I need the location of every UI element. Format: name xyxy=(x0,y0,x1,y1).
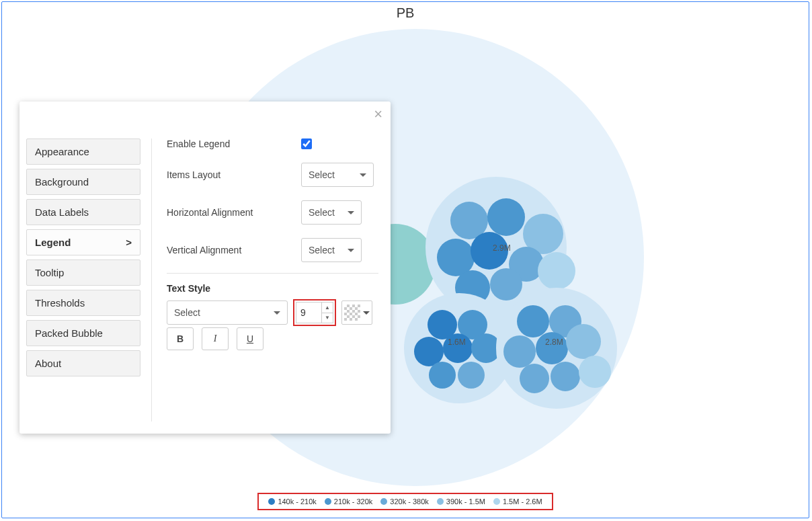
legend-dot-icon xyxy=(325,498,331,505)
chevron-down-icon xyxy=(363,311,370,318)
color-swatch-icon xyxy=(344,305,360,321)
chart-frame: PB 2.9M 1. xyxy=(1,1,809,518)
spin-up-icon[interactable]: ▲ xyxy=(322,303,333,313)
items-layout-label: Items Layout xyxy=(167,169,301,180)
legend-item[interactable]: 210k - 320k xyxy=(325,497,372,506)
legend-item[interactable]: 320k - 380k xyxy=(380,497,428,506)
divider xyxy=(167,273,378,274)
legend-dot-icon xyxy=(493,498,500,505)
enable-legend-checkbox[interactable] xyxy=(301,138,312,149)
tab-tooltip[interactable]: Tooltip xyxy=(26,259,140,286)
close-icon[interactable]: × xyxy=(374,107,382,122)
legend-label: 1.5M - 2.6M xyxy=(503,497,542,506)
chevron-right-icon: > xyxy=(126,237,132,248)
svg-point-4 xyxy=(487,198,525,236)
svg-point-19 xyxy=(429,362,456,389)
font-size-input[interactable] xyxy=(296,302,321,323)
svg-text:2.9M: 2.9M xyxy=(493,243,511,253)
tab-background[interactable]: Background xyxy=(26,169,140,195)
legend-pane: Enable Legend Items Layout Select Horizo… xyxy=(151,138,378,422)
halign-label: Horizontal Alignment xyxy=(167,207,301,218)
svg-point-27 xyxy=(566,324,601,359)
svg-point-25 xyxy=(503,335,536,368)
tab-data-labels[interactable]: Data Labels xyxy=(26,199,140,225)
enable-legend-label: Enable Legend xyxy=(167,138,301,149)
legend-dot-icon xyxy=(437,498,444,505)
bold-button[interactable]: B xyxy=(167,327,194,350)
legend-label: 140k - 210k xyxy=(278,497,316,506)
legend-item[interactable]: 1.5M - 2.6M xyxy=(493,497,542,506)
svg-point-23 xyxy=(517,305,549,337)
legend-item[interactable]: 390k - 1.5M xyxy=(437,497,485,506)
items-layout-select[interactable]: Select xyxy=(301,163,374,187)
svg-point-20 xyxy=(458,362,485,389)
svg-text:1.6M: 1.6M xyxy=(448,337,466,347)
dialog-tabs: Appearance Background Data Labels Legend… xyxy=(26,138,140,422)
halign-select[interactable]: Select xyxy=(301,200,362,225)
font-family-select[interactable]: Select xyxy=(167,300,288,325)
legend-label: 210k - 320k xyxy=(334,497,372,506)
svg-point-16 xyxy=(414,337,444,366)
legend-dot-icon xyxy=(380,498,387,505)
font-size-spinner: ▲ ▼ xyxy=(321,302,333,323)
legend-highlight-box: 140k - 210k 210k - 320k 320k - 380k 390k… xyxy=(257,493,553,510)
valign-label: Vertical Alignment xyxy=(167,245,301,255)
svg-point-28 xyxy=(520,364,549,393)
svg-point-30 xyxy=(579,356,611,388)
text-style-title: Text Style xyxy=(167,283,378,294)
svg-point-10 xyxy=(490,268,522,300)
legend-label: 390k - 1.5M xyxy=(446,497,485,506)
legend-label: 320k - 380k xyxy=(390,497,428,506)
tab-legend[interactable]: Legend> xyxy=(26,229,140,255)
tab-thresholds[interactable]: Thresholds xyxy=(26,290,140,316)
tab-appearance[interactable]: Appearance xyxy=(26,138,140,165)
font-color-picker[interactable] xyxy=(341,300,372,325)
legend-dot-icon xyxy=(268,498,275,505)
svg-text:2.8M: 2.8M xyxy=(545,337,563,347)
tab-about[interactable]: About xyxy=(26,350,140,376)
svg-point-11 xyxy=(538,252,575,290)
italic-button[interactable]: I xyxy=(202,327,229,350)
valign-select[interactable]: Select xyxy=(301,238,362,262)
font-size-highlight-box: ▲ ▼ xyxy=(293,299,336,326)
underline-button[interactable]: U xyxy=(237,327,263,350)
spin-down-icon[interactable]: ▼ xyxy=(322,313,333,323)
tab-packed-bubble[interactable]: Packed Bubble xyxy=(26,320,140,346)
svg-point-29 xyxy=(551,362,580,391)
legend-item[interactable]: 140k - 210k xyxy=(268,497,316,506)
settings-dialog: × Appearance Background Data Labels Lege… xyxy=(19,102,391,434)
